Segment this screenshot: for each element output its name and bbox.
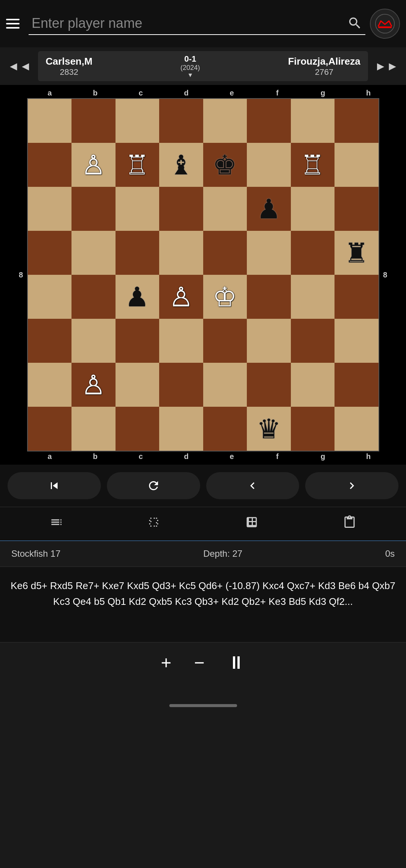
search-input[interactable] — [29, 12, 365, 35]
square-g2[interactable] — [291, 363, 335, 407]
square-h5[interactable]: ♜ — [335, 231, 379, 275]
search-button[interactable] — [347, 16, 362, 32]
square-d4[interactable]: ♙ — [159, 275, 203, 319]
search-icon — [347, 16, 362, 31]
menu-button[interactable] — [6, 15, 24, 33]
square-f1[interactable]: ♛ — [247, 407, 291, 451]
square-c7[interactable]: ♖ — [116, 143, 160, 187]
square-g6[interactable] — [291, 187, 335, 231]
square-d2[interactable] — [159, 363, 203, 407]
chess-board[interactable]: ♙ ♖ ♝ ♚ ♖ — [27, 98, 379, 451]
square-g7[interactable]: ♖ — [291, 143, 335, 187]
square-c5[interactable] — [116, 231, 160, 275]
pieces-icon — [147, 515, 161, 529]
square-b4[interactable] — [71, 275, 116, 319]
square-b8[interactable] — [71, 99, 116, 143]
prev-game-button[interactable]: ◄◄ — [4, 56, 35, 77]
square-c8[interactable] — [116, 99, 160, 143]
rewind-button[interactable] — [8, 472, 101, 499]
square-h7[interactable] — [335, 143, 379, 187]
square-c4[interactable]: ♟ — [116, 275, 160, 319]
pause-button[interactable]: ⏸ — [227, 654, 245, 672]
square-g8[interactable] — [291, 99, 335, 143]
square-f2[interactable] — [247, 363, 291, 407]
square-a5[interactable] — [28, 231, 72, 275]
square-e7[interactable]: ♚ — [203, 143, 247, 187]
black-pawn-c4: ♟ — [125, 283, 149, 311]
square-f3[interactable] — [247, 319, 291, 363]
square-b3[interactable] — [71, 319, 116, 363]
square-b5[interactable] — [71, 231, 116, 275]
square-f4[interactable] — [247, 275, 291, 319]
white-rook-c7: ♖ — [125, 151, 149, 179]
white-pawn-b2: ♙ — [81, 371, 106, 398]
square-a7[interactable] — [28, 143, 72, 187]
rank-label-8: 8 — [15, 271, 27, 279]
clipboard-button[interactable] — [335, 512, 364, 535]
square-g1[interactable] — [291, 407, 335, 451]
square-e3[interactable] — [203, 319, 247, 363]
black-player-info: Firouzja,Alireza 2767 — [288, 56, 360, 77]
square-h2[interactable] — [335, 363, 379, 407]
square-c2[interactable] — [116, 363, 160, 407]
square-b2[interactable]: ♙ — [71, 363, 116, 407]
square-d5[interactable] — [159, 231, 203, 275]
home-indicator — [0, 683, 406, 713]
square-c1[interactable] — [116, 407, 160, 451]
square-f6[interactable]: ♟ — [247, 187, 291, 231]
square-f7[interactable] — [247, 143, 291, 187]
white-player-name: Carlsen,M — [46, 56, 92, 67]
square-g5[interactable] — [291, 231, 335, 275]
back-button[interactable] — [206, 472, 300, 499]
square-e2[interactable] — [203, 363, 247, 407]
square-a4[interactable] — [28, 275, 72, 319]
square-e4[interactable]: ♔ — [203, 275, 247, 319]
square-a3[interactable] — [28, 319, 72, 363]
square-d7[interactable]: ♝ — [159, 143, 203, 187]
engine-time: 0s — [385, 548, 395, 559]
square-h3[interactable] — [335, 319, 379, 363]
square-e6[interactable] — [203, 187, 247, 231]
crown-logo[interactable] — [370, 9, 400, 39]
black-queen-f1: ♛ — [257, 415, 281, 442]
square-a2[interactable] — [28, 363, 72, 407]
forward-button[interactable] — [305, 472, 398, 499]
square-c6[interactable] — [116, 187, 160, 231]
dropdown-arrow-icon: ▼ — [187, 72, 193, 79]
square-h8[interactable] — [335, 99, 379, 143]
game-details[interactable]: Carlsen,M 2832 0-1 (2024) ▼ Firouzja,Ali… — [38, 51, 368, 81]
board-button[interactable] — [237, 512, 266, 535]
file-labels-top: a b c d e f g h — [15, 89, 391, 97]
square-d1[interactable] — [159, 407, 203, 451]
square-f5[interactable] — [247, 231, 291, 275]
engine-bar: Stockfish 17 Depth: 27 0s — [0, 541, 406, 567]
square-c3[interactable] — [116, 319, 160, 363]
square-a6[interactable] — [28, 187, 72, 231]
black-rook-h5: ♜ — [344, 239, 369, 267]
square-h4[interactable] — [335, 275, 379, 319]
moves-list-button[interactable] — [42, 512, 71, 535]
plus-button[interactable]: + — [161, 654, 171, 672]
square-b7[interactable]: ♙ — [71, 143, 116, 187]
square-h1[interactable] — [335, 407, 379, 451]
square-d8[interactable] — [159, 99, 203, 143]
square-e5[interactable] — [203, 231, 247, 275]
playback-controls — [0, 465, 406, 507]
next-game-button[interactable]: ►► — [371, 56, 402, 77]
square-g3[interactable] — [291, 319, 335, 363]
refresh-button[interactable] — [107, 472, 200, 499]
square-g4[interactable] — [291, 275, 335, 319]
square-d3[interactable] — [159, 319, 203, 363]
square-a8[interactable] — [28, 99, 72, 143]
square-e8[interactable] — [203, 99, 247, 143]
minus-button[interactable]: − — [194, 654, 205, 672]
square-d6[interactable] — [159, 187, 203, 231]
square-e1[interactable] — [203, 407, 247, 451]
square-b6[interactable] — [71, 187, 116, 231]
pieces-button[interactable] — [140, 512, 169, 535]
square-h6[interactable] — [335, 187, 379, 231]
square-f8[interactable] — [247, 99, 291, 143]
square-a1[interactable] — [28, 407, 72, 451]
square-b1[interactable] — [71, 407, 116, 451]
white-player-rating: 2832 — [60, 67, 78, 77]
